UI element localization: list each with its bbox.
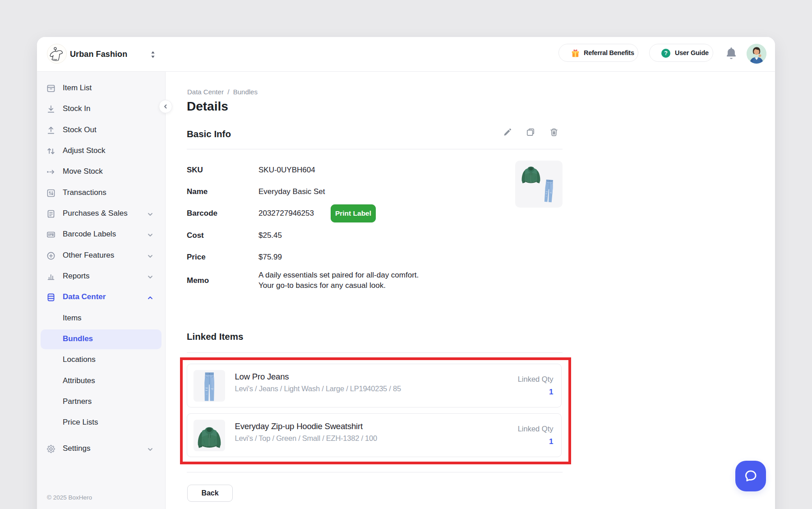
svg-text:?: ? [664,50,667,56]
